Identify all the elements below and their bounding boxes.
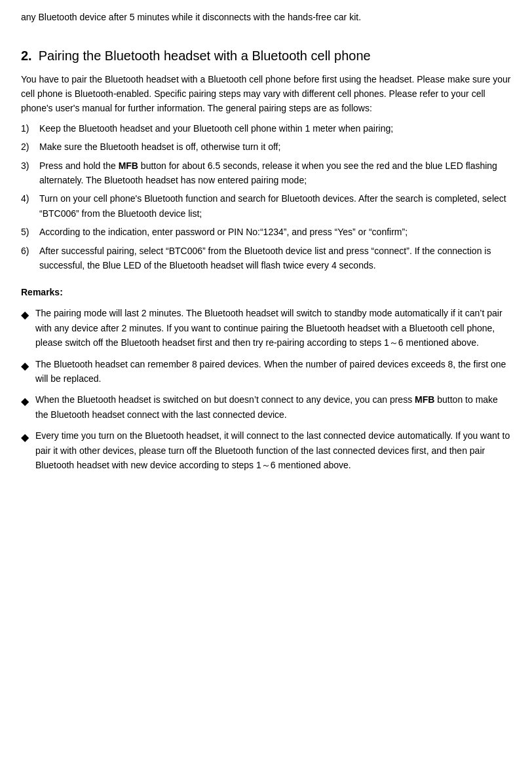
intro-paragraph: any Bluetooth device after 5 minutes whi… bbox=[21, 10, 511, 25]
step-1: 1) Keep the Bluetooth headset and your B… bbox=[21, 121, 511, 136]
remark-1-content: The pairing mode will last 2 minutes. Th… bbox=[35, 306, 511, 350]
remarks-section: Remarks: ◆ The pairing mode will last 2 … bbox=[21, 286, 511, 472]
step-5-num: 5) bbox=[21, 225, 39, 239]
step-1-num: 1) bbox=[21, 121, 39, 136]
section-header: 2. Pairing the Bluetooth headset with a … bbox=[21, 46, 511, 65]
remark-3: ◆ When the Bluetooth headset is switched… bbox=[21, 392, 511, 422]
remarks-list: ◆ The pairing mode will last 2 minutes. … bbox=[21, 306, 511, 472]
step-6-content: After successful pairing, select “BTC006… bbox=[39, 244, 511, 273]
step-6-num: 6) bbox=[21, 244, 39, 258]
section-number: 2. bbox=[21, 46, 32, 65]
step-6: 6) After successful pairing, select “BTC… bbox=[21, 244, 511, 273]
remark-4-content: Every time you turn on the Bluetooth hea… bbox=[35, 428, 511, 472]
step-3-content: Press and hold the MFB button for about … bbox=[39, 159, 511, 188]
step-4-content: Turn on your cell phone's Bluetooth func… bbox=[39, 191, 511, 221]
step-2: 2) Make sure the Bluetooth headset is of… bbox=[21, 140, 511, 154]
step-3: 3) Press and hold the MFB button for abo… bbox=[21, 159, 511, 188]
step-5-content: According to the indication, enter passw… bbox=[39, 225, 511, 239]
step-5: 5) According to the indication, enter pa… bbox=[21, 225, 511, 239]
steps-list: 1) Keep the Bluetooth headset and your B… bbox=[21, 121, 511, 273]
step-2-content: Make sure the Bluetooth headset is off, … bbox=[39, 140, 511, 154]
remark-2-content: The Bluetooth headset can remember 8 pai… bbox=[35, 357, 511, 386]
bullet-4-icon: ◆ bbox=[21, 429, 35, 446]
intro-text: any Bluetooth device after 5 minutes whi… bbox=[21, 10, 511, 25]
step-4-num: 4) bbox=[21, 191, 39, 206]
step-3-mfb: MFB bbox=[119, 160, 138, 171]
remark-3-content: When the Bluetooth headset is switched o… bbox=[35, 392, 511, 422]
remark-1: ◆ The pairing mode will last 2 minutes. … bbox=[21, 306, 511, 350]
remarks-title: Remarks: bbox=[21, 286, 511, 299]
bullet-2-icon: ◆ bbox=[21, 358, 35, 375]
section-2: 2. Pairing the Bluetooth headset with a … bbox=[21, 46, 511, 473]
step-3-num: 3) bbox=[21, 159, 39, 173]
section-body-paragraph: You have to pair the Bluetooth headset w… bbox=[21, 72, 511, 116]
bullet-1-icon: ◆ bbox=[21, 307, 35, 324]
section-title: Pairing the Bluetooth headset with a Blu… bbox=[39, 46, 371, 65]
step-2-num: 2) bbox=[21, 140, 39, 154]
remark-2: ◆ The Bluetooth headset can remember 8 p… bbox=[21, 357, 511, 386]
step-1-content: Keep the Bluetooth headset and your Blue… bbox=[39, 121, 511, 136]
step-4: 4) Turn on your cell phone's Bluetooth f… bbox=[21, 191, 511, 221]
remark-4: ◆ Every time you turn on the Bluetooth h… bbox=[21, 428, 511, 472]
bullet-3-icon: ◆ bbox=[21, 393, 35, 410]
remark-3-mfb: MFB bbox=[415, 394, 434, 405]
